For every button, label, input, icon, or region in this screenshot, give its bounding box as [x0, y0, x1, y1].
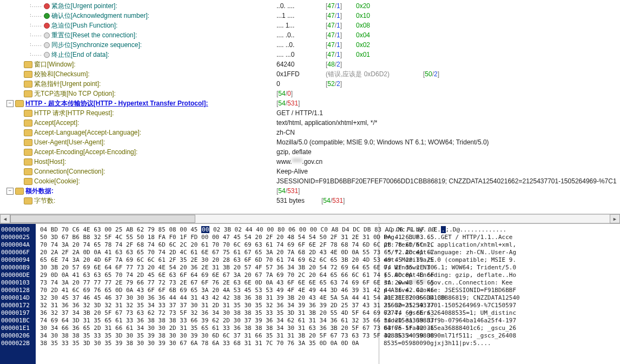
- field-label: Accept-Language[Accept-Language]:: [34, 128, 141, 137]
- field-icon: [24, 71, 32, 78]
- flag-row[interactable]: :..... 确认位[Acknowledgment number]:...1 .…: [2, 11, 620, 21]
- section-label: HTTP - 超文本传输协议[HTTP - Hypertext Transfer…: [25, 98, 208, 108]
- field-label: 同步位[Synchronize sequence]:: [51, 40, 142, 50]
- bullet-icon: [44, 23, 50, 29]
- field-label: 紧急位[Urgent pointer]:: [51, 1, 117, 11]
- field-value: ...1 ....: [276, 11, 294, 21]
- field-value: zh-CN: [276, 128, 295, 137]
- field-icon: [24, 110, 32, 117]
- http-field-row[interactable]: Cookie[Cookie]:JSESSIONID=F91BD6BBF20E7F…: [2, 176, 620, 186]
- scroll-right-button[interactable]: ►: [610, 214, 620, 223]
- field-value: gzip, deflate: [276, 147, 312, 157]
- bullet-icon: [44, 3, 50, 9]
- field-label: Connection[Connection]:: [34, 167, 105, 176]
- bullet-icon: [44, 52, 50, 58]
- field-label: 终止位[End of data]:: [51, 50, 109, 59]
- scroll-left-button[interactable]: ◄: [0, 214, 10, 223]
- field-icon: [24, 90, 32, 97]
- tree-hscroll[interactable]: ◄ ►: [0, 214, 620, 223]
- packet-tree: :..... 紧急位[Urgent pointer]:..0. ....[47/…: [0, 0, 620, 214]
- http-field-row[interactable]: HTTP 请求[HTTP Request]:GET / HTTP/1.1: [2, 108, 620, 118]
- bytes-row[interactable]: 字节数:531 bytes[54/531]: [2, 196, 620, 206]
- field-row[interactable]: 无TCP选项[No TCP Option]:[54/0]: [2, 89, 620, 98]
- scroll-thumb[interactable]: [10, 215, 195, 223]
- flag-row[interactable]: :..... 终止位[End of data]:.... ...0[47/1]0…: [2, 50, 620, 59]
- field-value: text/html, application/xhtml+xml, */*: [276, 118, 377, 128]
- flag-row[interactable]: :..... 紧急位[Urgent pointer]:..0. ....[47/…: [2, 1, 620, 11]
- field-label: 重置位[Reset the connection]:: [51, 30, 137, 40]
- section-label: 额外数据:: [25, 186, 54, 196]
- field-value: Mozilla/5.0 (compatible; MSIE 9.0; Windo…: [276, 137, 489, 147]
- field-label: 急迫位[Push Function]:: [51, 21, 118, 30]
- field-label: Accept-Encoding[Accept-Encoding]:: [34, 147, 137, 157]
- field-row[interactable]: 窗口[Window]:64240[48/2]: [2, 59, 620, 69]
- bullet-icon: [44, 42, 50, 48]
- field-row[interactable]: 校验和[Checksum]:0x1FFD(错误,应该是 0xD6D2)[50/2…: [2, 69, 620, 79]
- http-field-row[interactable]: Connection[Connection]:Keep-Alive: [2, 167, 620, 176]
- hex-ascii: ..p.Nc.%.by...E..;.D@.............P=g..2…: [379, 224, 620, 364]
- field-icon: [24, 197, 32, 204]
- field-value: .... 1...: [276, 21, 294, 30]
- hex-offsets: 00000000000000250000004A0000006F00000094…: [0, 224, 36, 364]
- flag-row[interactable]: :..... 急迫位[Push Function]:.... 1...[47/1…: [2, 21, 620, 30]
- section-icon: [15, 188, 24, 195]
- flag-row[interactable]: :..... 同步位[Synchronize sequence]:.... ..…: [2, 40, 620, 50]
- field-label: User-Agent[User-Agent]:: [34, 137, 105, 147]
- field-label: Host[Host]:: [34, 157, 66, 167]
- http-field-row[interactable]: Accept-Language[Accept-Language]:zh-CN: [2, 128, 620, 137]
- bullet-icon: [44, 13, 50, 19]
- field-value: 0: [276, 79, 280, 89]
- field-value: 531 bytes: [276, 196, 305, 206]
- field-icon: [24, 158, 32, 166]
- field-label: 字节数:: [34, 196, 55, 206]
- field-value: JSESSIONID=F91BD6BBF20E7FEF70066DD1CBB86…: [276, 176, 617, 186]
- hex-view: 00000000000000250000004A0000006F00000094…: [0, 223, 620, 364]
- field-icon: [24, 149, 32, 156]
- field-row[interactable]: 紧急指针[Urgent point]:0[52/2]: [2, 79, 620, 89]
- http-field-row[interactable]: Accept-Encoding[Accept-Encoding]:gzip, d…: [2, 147, 620, 157]
- field-icon: [24, 129, 32, 136]
- http-field-row[interactable]: User-Agent[User-Agent]:Mozilla/5.0 (comp…: [2, 137, 620, 147]
- field-icon: [24, 61, 32, 68]
- field-value: www.****.gov.cn: [276, 157, 322, 167]
- section-icon: [15, 100, 24, 107]
- field-value: 0x1FFD: [276, 69, 300, 79]
- field-label: Cookie[Cookie]:: [34, 176, 80, 186]
- field-value: .... .0..: [276, 30, 294, 40]
- field-label: 紧急指针[Urgent point]:: [34, 79, 101, 89]
- field-icon: [24, 168, 32, 175]
- http-field-row[interactable]: Accept[Accept]:text/html, application/xh…: [2, 118, 620, 128]
- extra-data-header[interactable]: −额外数据:[54/531]: [2, 186, 620, 196]
- field-label: 确认位[Acknowledgment number]:: [51, 11, 149, 21]
- field-value: .... ..0.: [276, 40, 294, 50]
- http-field-row[interactable]: Host[Host]:www.****.gov.cn: [2, 157, 620, 167]
- field-icon: [24, 178, 32, 185]
- field-value: ..0. ....: [276, 1, 294, 11]
- field-label: HTTP 请求[HTTP Request]:: [34, 108, 114, 118]
- field-label: 窗口[Window]:: [34, 59, 76, 69]
- field-icon: [24, 81, 32, 88]
- bullet-icon: [44, 32, 50, 38]
- field-value: .... ...0: [276, 50, 294, 59]
- collapse-icon[interactable]: −: [6, 188, 14, 195]
- field-icon: [24, 139, 32, 146]
- collapse-icon[interactable]: −: [6, 100, 14, 107]
- field-value: 64240: [276, 59, 294, 69]
- field-value: Keep-Alive: [276, 167, 308, 176]
- hex-bytes[interactable]: 04 BD 70 C6 4E 63 00 25 AB 62 79 85 08 0…: [36, 224, 379, 364]
- http-section-header[interactable]: −HTTP - 超文本传输协议[HTTP - Hypertext Transfe…: [2, 98, 620, 108]
- field-value: GET / HTTP/1.1: [276, 108, 323, 118]
- field-label: 无TCP选项[No TCP Option]:: [34, 89, 116, 98]
- field-label: Accept[Accept]:: [34, 118, 79, 128]
- field-icon: [24, 120, 32, 127]
- flag-row[interactable]: :..... 重置位[Reset the connection]:.... .0…: [2, 30, 620, 40]
- field-label: 校验和[Checksum]:: [34, 69, 90, 79]
